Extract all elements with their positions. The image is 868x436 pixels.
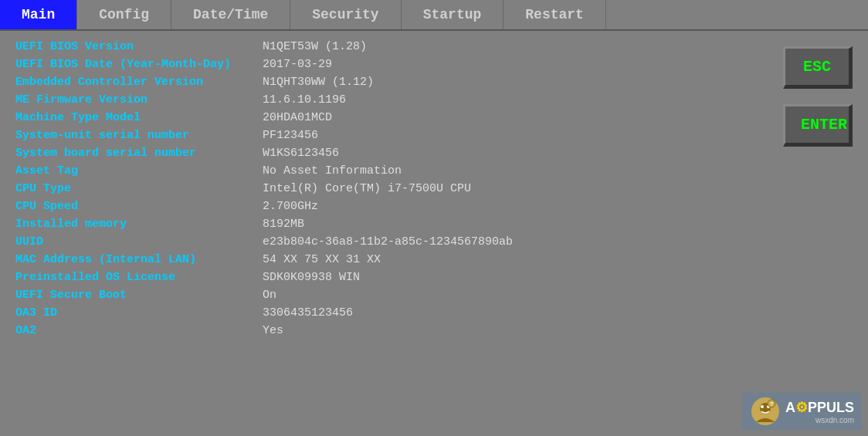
info-value: N1QHT30WW (1.12) <box>263 76 374 89</box>
info-value: 54 XX 75 XX 31 XX <box>263 253 381 266</box>
info-value: 2.700GHz <box>263 200 318 213</box>
info-label: MAC Address (Internal LAN) <box>15 253 263 266</box>
enter-button[interactable]: ENTER <box>783 104 853 147</box>
info-value: 20HDA01MCD <box>263 111 332 124</box>
logo-text: A⚙PPULS <box>785 400 854 415</box>
logo-icon: ? <box>750 396 781 427</box>
table-row: Asset TagNo Asset Information <box>15 163 752 179</box>
info-table: UEFI BIOS VersionN1QET53W (1.28)UEFI BIO… <box>0 31 768 436</box>
main-content: UEFI BIOS VersionN1QET53W (1.28)UEFI BIO… <box>0 31 868 436</box>
nav-item-startup[interactable]: Startup <box>402 0 504 29</box>
info-label: Installed memory <box>15 218 263 231</box>
nav-item-main[interactable]: Main <box>0 0 77 29</box>
table-row: UEFI BIOS VersionN1QET53W (1.28) <box>15 39 752 55</box>
info-value: Yes <box>263 324 283 337</box>
info-value: No Asset Information <box>263 164 402 177</box>
info-value: SDK0K09938 WIN <box>263 271 360 284</box>
table-row: CPU Speed2.700GHz <box>15 198 752 215</box>
side-buttons: ESC ENTER <box>768 31 868 436</box>
table-row: OA2Yes <box>15 323 752 339</box>
table-row: OA3 ID3306435123456 <box>15 305 752 321</box>
info-value: 8192MB <box>263 218 304 231</box>
table-row: System board serial numberW1KS6123456 <box>15 145 752 161</box>
nav-item-restart[interactable]: Restart <box>504 0 606 29</box>
table-row: Installed memory8192MB <box>15 216 752 232</box>
nav-item-config[interactable]: Config <box>77 0 171 29</box>
table-row: Machine Type Model20HDA01MCD <box>15 110 752 126</box>
info-value: On <box>263 289 276 302</box>
info-value: 11.6.10.1196 <box>263 93 346 106</box>
info-label: UEFI BIOS Date (Year-Month-Day) <box>15 58 263 71</box>
info-value: 3306435123456 <box>263 306 353 319</box>
info-value: W1KS6123456 <box>263 147 339 160</box>
info-label: System-unit serial number <box>15 129 263 142</box>
info-label: CPU Type <box>15 182 263 195</box>
info-label: UEFI BIOS Version <box>15 40 263 53</box>
info-label: ME Firmware Version <box>15 93 263 106</box>
nav-bar: MainConfigDate/TimeSecurityStartupRestar… <box>0 0 868 31</box>
table-row: UUIDe23b804c-36a8-11b2-a85c-1234567890ab <box>15 234 752 250</box>
table-row: System-unit serial numberPF123456 <box>15 127 752 144</box>
table-row: CPU TypeIntel(R) Core(TM) i7-7500U CPU <box>15 181 752 197</box>
info-value: Intel(R) Core(TM) i7-7500U CPU <box>263 182 471 195</box>
logo-sub: wsxdn.com <box>785 416 854 424</box>
info-label: Machine Type Model <box>15 111 263 124</box>
info-label: OA3 ID <box>15 306 263 319</box>
svg-text:?: ? <box>770 401 773 407</box>
table-row: UEFI Secure BootOn <box>15 287 752 303</box>
info-label: Embedded Controller Version <box>15 76 263 89</box>
info-label: Preinstalled OS License <box>15 271 263 284</box>
info-label: Asset Tag <box>15 164 263 177</box>
table-row: Preinstalled OS LicenseSDK0K09938 WIN <box>15 269 752 286</box>
svg-point-2 <box>761 405 764 408</box>
esc-button[interactable]: ESC <box>783 46 853 89</box>
table-row: Embedded Controller VersionN1QHT30WW (1.… <box>15 74 752 90</box>
table-row: ME Firmware Version11.6.10.1196 <box>15 92 752 108</box>
info-value: e23b804c-36a8-11b2-a85c-1234567890ab <box>263 235 513 248</box>
info-value: 2017-03-29 <box>263 58 332 71</box>
nav-item-security[interactable]: Security <box>290 0 401 29</box>
info-value: PF123456 <box>263 129 318 142</box>
table-row: UEFI BIOS Date (Year-Month-Day)2017-03-2… <box>15 56 752 73</box>
nav-item-date-time[interactable]: Date/Time <box>171 0 290 29</box>
info-label: OA2 <box>15 324 263 337</box>
info-value: N1QET53W (1.28) <box>263 40 367 53</box>
info-label: UEFI Secure Boot <box>15 289 263 302</box>
logo-area: ? A⚙PPULS wsxdn.com <box>742 393 862 430</box>
table-row: MAC Address (Internal LAN)54 XX 75 XX 31… <box>15 252 752 268</box>
info-label: CPU Speed <box>15 200 263 213</box>
info-label: UUID <box>15 235 263 248</box>
info-label: System board serial number <box>15 147 263 160</box>
